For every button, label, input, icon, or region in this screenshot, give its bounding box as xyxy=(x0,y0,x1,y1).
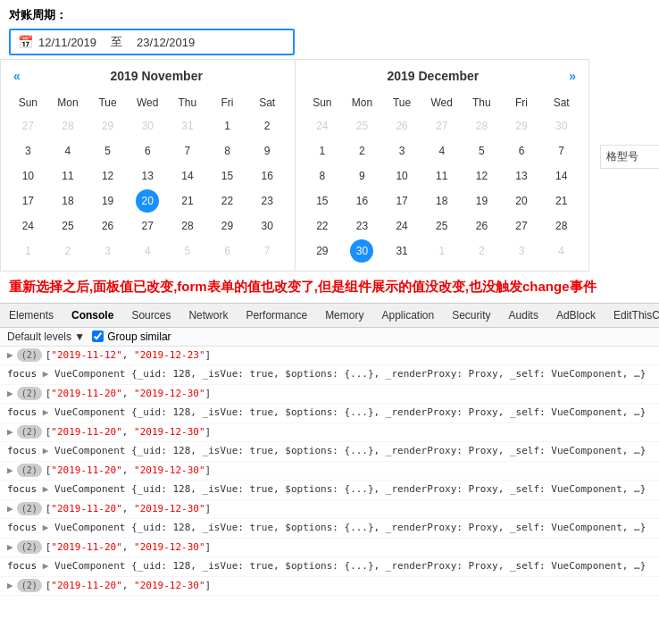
calendar-day[interactable]: 19 xyxy=(88,188,128,213)
calendar-day[interactable]: 29 xyxy=(303,238,343,263)
calendar-day[interactable]: 30 xyxy=(128,113,168,138)
calendar-day[interactable]: 3 xyxy=(88,238,128,263)
calendar-day[interactable]: 17 xyxy=(8,188,48,213)
calendar-day[interactable]: 5 xyxy=(168,238,208,263)
calendar-day[interactable]: 12 xyxy=(88,163,128,188)
calendar-day[interactable]: 28 xyxy=(168,213,208,238)
calendar-day[interactable]: 11 xyxy=(48,163,88,188)
calendar-day[interactable]: 15 xyxy=(207,163,247,188)
calendar-day[interactable]: 28 xyxy=(541,213,581,238)
calendar-day[interactable]: 10 xyxy=(382,163,422,188)
calendar-day[interactable]: 22 xyxy=(303,213,343,238)
calendar-day[interactable]: 30 xyxy=(247,213,288,238)
calendar-day[interactable]: 18 xyxy=(48,188,88,213)
calendar-day[interactable]: 15 xyxy=(303,188,343,213)
calendar-day[interactable]: 3 xyxy=(382,138,422,163)
calendar-day[interactable]: 7 xyxy=(168,138,208,163)
calendar-day[interactable]: 4 xyxy=(128,238,168,263)
expand-arrow[interactable]: ▶ xyxy=(7,540,13,556)
calendar-day[interactable]: 27 xyxy=(128,213,168,238)
calendar-day[interactable]: 29 xyxy=(207,213,247,238)
calendar-day[interactable]: 9 xyxy=(342,163,382,188)
calendar-day[interactable]: 19 xyxy=(462,188,502,213)
devtools-tab-memory[interactable]: Memory xyxy=(316,305,372,325)
calendar-day[interactable]: 26 xyxy=(462,213,502,238)
calendar-day[interactable]: 9 xyxy=(247,138,288,163)
calendar-day[interactable]: 1 xyxy=(8,238,48,263)
calendar-day[interactable]: 30 xyxy=(342,238,382,263)
date-range-input[interactable]: 📅 12/11/2019 至 23/12/2019 xyxy=(9,29,295,55)
prev-month-button[interactable]: « xyxy=(8,67,26,85)
calendar-day[interactable]: 23 xyxy=(247,188,288,213)
expand-arrow[interactable]: ▶ xyxy=(7,348,13,364)
calendar-day[interactable]: 27 xyxy=(421,113,462,138)
calendar-day[interactable]: 6 xyxy=(128,138,168,163)
calendar-day[interactable]: 11 xyxy=(421,163,462,188)
calendar-day[interactable]: 13 xyxy=(128,163,168,188)
calendar-day[interactable]: 4 xyxy=(421,138,462,163)
calendar-day[interactable]: 25 xyxy=(342,113,382,138)
next-month-button[interactable]: » xyxy=(563,67,581,85)
calendar-day[interactable]: 13 xyxy=(502,163,542,188)
calendar-day[interactable]: 31 xyxy=(382,238,422,263)
calendar-day[interactable]: 2 xyxy=(247,113,288,138)
calendar-day[interactable]: 1 xyxy=(303,138,343,163)
calendar-day[interactable]: 7 xyxy=(247,238,288,263)
devtools-tab-elements[interactable]: Elements xyxy=(0,305,63,325)
today-cell[interactable]: 20 xyxy=(136,189,159,213)
calendar-day[interactable]: 18 xyxy=(421,188,462,213)
calendar-day[interactable]: 24 xyxy=(382,213,422,238)
calendar-day[interactable]: 2 xyxy=(342,138,382,163)
calendar-day[interactable]: 31 xyxy=(168,113,208,138)
calendar-day[interactable]: 10 xyxy=(8,163,48,188)
calendar-day[interactable]: 4 xyxy=(48,138,88,163)
calendar-day[interactable]: 24 xyxy=(303,113,343,138)
devtools-tab-security[interactable]: Security xyxy=(443,305,499,325)
devtools-tab-editthiscookie[interactable]: EditThisCookie xyxy=(605,305,659,325)
calendar-day[interactable]: 30 xyxy=(541,113,581,138)
calendar-day[interactable]: 3 xyxy=(8,138,48,163)
expand-arrow[interactable]: ▶ xyxy=(7,425,13,440)
calendar-day[interactable]: 8 xyxy=(303,163,343,188)
calendar-day[interactable]: 3 xyxy=(502,238,542,263)
calendar-day[interactable]: 20 xyxy=(128,188,168,213)
calendar-day[interactable]: 4 xyxy=(541,238,581,263)
calendar-day[interactable]: 27 xyxy=(8,113,48,138)
calendar-day[interactable]: 17 xyxy=(382,188,422,213)
devtools-tab-audits[interactable]: Audits xyxy=(500,305,547,325)
calendar-day[interactable]: 12 xyxy=(462,163,502,188)
calendar-day[interactable]: 20 xyxy=(502,188,542,213)
calendar-day[interactable]: 25 xyxy=(421,213,462,238)
expand-arrow[interactable]: ▶ xyxy=(7,579,13,594)
calendar-day[interactable]: 27 xyxy=(502,213,542,238)
calendar-day[interactable]: 29 xyxy=(502,113,542,138)
calendar-day[interactable]: 16 xyxy=(247,163,288,188)
calendar-day[interactable]: 16 xyxy=(342,188,382,213)
devtools-tab-network[interactable]: Network xyxy=(179,305,237,325)
calendar-day[interactable]: 28 xyxy=(48,113,88,138)
calendar-day[interactable]: 24 xyxy=(8,213,48,238)
calendar-day[interactable]: 26 xyxy=(88,213,128,238)
calendar-day[interactable]: 7 xyxy=(541,138,581,163)
calendar-day[interactable]: 1 xyxy=(421,238,462,263)
calendar-day[interactable]: 5 xyxy=(88,138,128,163)
expand-arrow[interactable]: ▶ xyxy=(7,502,13,517)
devtools-tab-sources[interactable]: Sources xyxy=(122,305,179,325)
today-cell[interactable]: 30 xyxy=(350,239,373,263)
calendar-day[interactable]: 21 xyxy=(541,188,581,213)
calendar-day[interactable]: 8 xyxy=(207,138,247,163)
calendar-day[interactable]: 25 xyxy=(48,213,88,238)
expand-arrow[interactable]: ▶ xyxy=(7,387,13,402)
calendar-day[interactable]: 14 xyxy=(541,163,581,188)
devtools-tab-application[interactable]: Application xyxy=(372,305,443,325)
calendar-day[interactable]: 26 xyxy=(382,113,422,138)
filter-label[interactable]: Default levels ▼ xyxy=(7,330,85,343)
calendar-day[interactable]: 2 xyxy=(462,238,502,263)
calendar-day[interactable]: 6 xyxy=(207,238,247,263)
calendar-day[interactable]: 14 xyxy=(168,163,208,188)
expand-arrow[interactable]: ▶ xyxy=(7,464,13,479)
calendar-day[interactable]: 2 xyxy=(48,238,88,263)
calendar-day[interactable]: 28 xyxy=(462,113,502,138)
calendar-day[interactable]: 22 xyxy=(207,188,247,213)
calendar-day[interactable]: 6 xyxy=(502,138,542,163)
